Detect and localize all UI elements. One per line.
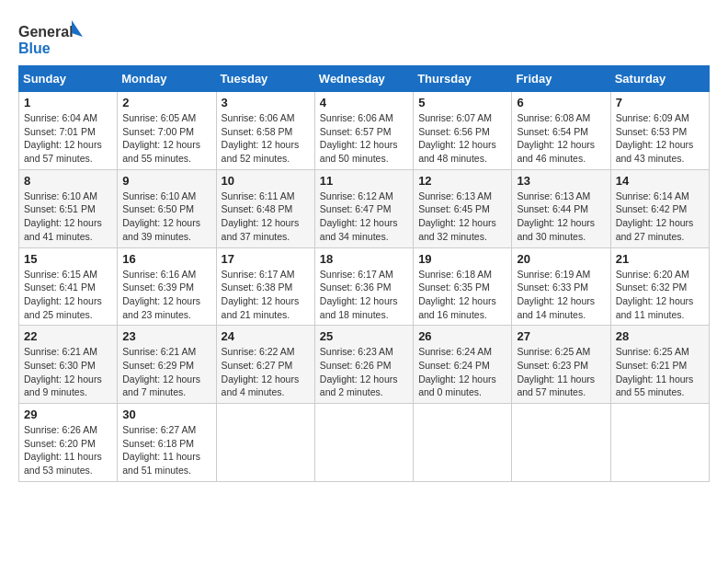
week-row-3: 15Sunrise: 6:15 AMSunset: 6:41 PMDayligh… <box>19 247 710 326</box>
logo-svg: GeneralBlue <box>18 18 83 60</box>
day-cell: 2Sunrise: 6:05 AMSunset: 7:00 PMDaylight… <box>118 92 216 170</box>
day-number: 2 <box>122 96 210 109</box>
col-header-monday: Monday <box>118 66 216 92</box>
day-number: 1 <box>24 96 112 109</box>
day-info: Sunrise: 6:10 AMSunset: 6:51 PMDaylight:… <box>24 190 112 244</box>
day-cell: 17Sunrise: 6:17 AMSunset: 6:38 PMDayligh… <box>216 247 314 326</box>
day-number: 17 <box>222 252 310 266</box>
day-info: Sunrise: 6:07 AMSunset: 6:56 PMDaylight:… <box>418 111 506 166</box>
day-cell: 19Sunrise: 6:18 AMSunset: 6:35 PMDayligh… <box>414 247 512 326</box>
day-cell: 18Sunrise: 6:17 AMSunset: 6:36 PMDayligh… <box>314 247 413 326</box>
day-number: 20 <box>517 252 605 266</box>
day-cell <box>314 404 413 482</box>
day-info: Sunrise: 6:25 AMSunset: 6:21 PMDaylight:… <box>616 345 704 399</box>
week-row-1: 1Sunrise: 6:04 AMSunset: 7:01 PMDaylight… <box>19 92 710 170</box>
week-row-5: 29Sunrise: 6:26 AMSunset: 6:20 PMDayligh… <box>19 404 710 482</box>
logo: GeneralBlue <box>18 18 83 60</box>
day-cell: 25Sunrise: 6:23 AMSunset: 6:26 PMDayligh… <box>314 326 413 404</box>
day-info: Sunrise: 6:23 AMSunset: 6:26 PMDaylight:… <box>320 345 408 399</box>
day-number: 4 <box>320 96 408 109</box>
day-info: Sunrise: 6:25 AMSunset: 6:23 PMDaylight:… <box>517 345 605 399</box>
day-cell: 29Sunrise: 6:26 AMSunset: 6:20 PMDayligh… <box>19 404 118 482</box>
day-info: Sunrise: 6:11 AMSunset: 6:48 PMDaylight:… <box>222 190 310 244</box>
col-header-saturday: Saturday <box>610 66 709 92</box>
day-cell: 15Sunrise: 6:15 AMSunset: 6:41 PMDayligh… <box>19 247 118 326</box>
day-number: 21 <box>616 252 704 266</box>
col-header-tuesday: Tuesday <box>216 66 314 92</box>
day-info: Sunrise: 6:13 AMSunset: 6:44 PMDaylight:… <box>517 190 605 244</box>
day-cell: 11Sunrise: 6:12 AMSunset: 6:47 PMDayligh… <box>314 169 413 247</box>
svg-text:General: General <box>18 24 74 40</box>
day-number: 9 <box>122 174 210 188</box>
day-cell: 3Sunrise: 6:06 AMSunset: 6:58 PMDaylight… <box>216 92 314 170</box>
day-number: 29 <box>24 408 112 421</box>
day-info: Sunrise: 6:20 AMSunset: 6:32 PMDaylight:… <box>616 268 704 322</box>
day-info: Sunrise: 6:05 AMSunset: 7:00 PMDaylight:… <box>122 111 210 166</box>
day-cell <box>414 404 512 482</box>
day-cell: 10Sunrise: 6:11 AMSunset: 6:48 PMDayligh… <box>216 169 314 247</box>
day-number: 6 <box>517 96 605 109</box>
day-cell <box>216 404 314 482</box>
day-cell: 28Sunrise: 6:25 AMSunset: 6:21 PMDayligh… <box>610 326 709 404</box>
day-number: 27 <box>517 329 605 343</box>
col-header-wednesday: Wednesday <box>314 66 413 92</box>
day-number: 10 <box>222 174 310 188</box>
day-number: 30 <box>122 408 210 421</box>
day-info: Sunrise: 6:16 AMSunset: 6:39 PMDaylight:… <box>122 268 210 322</box>
day-cell <box>512 404 610 482</box>
day-info: Sunrise: 6:06 AMSunset: 6:57 PMDaylight:… <box>320 111 408 166</box>
day-cell: 24Sunrise: 6:22 AMSunset: 6:27 PMDayligh… <box>216 326 314 404</box>
day-info: Sunrise: 6:21 AMSunset: 6:30 PMDaylight:… <box>24 345 112 399</box>
day-cell: 5Sunrise: 6:07 AMSunset: 6:56 PMDaylight… <box>414 92 512 170</box>
day-number: 3 <box>222 96 310 109</box>
day-info: Sunrise: 6:13 AMSunset: 6:45 PMDaylight:… <box>418 190 506 244</box>
day-info: Sunrise: 6:12 AMSunset: 6:47 PMDaylight:… <box>320 190 408 244</box>
day-cell: 26Sunrise: 6:24 AMSunset: 6:24 PMDayligh… <box>414 326 512 404</box>
week-row-4: 22Sunrise: 6:21 AMSunset: 6:30 PMDayligh… <box>19 326 710 404</box>
day-info: Sunrise: 6:04 AMSunset: 7:01 PMDaylight:… <box>24 111 112 166</box>
day-cell: 9Sunrise: 6:10 AMSunset: 6:50 PMDaylight… <box>118 169 216 247</box>
day-info: Sunrise: 6:14 AMSunset: 6:42 PMDaylight:… <box>616 190 704 244</box>
day-info: Sunrise: 6:24 AMSunset: 6:24 PMDaylight:… <box>418 345 506 399</box>
day-cell: 30Sunrise: 6:27 AMSunset: 6:18 PMDayligh… <box>118 404 216 482</box>
col-header-thursday: Thursday <box>414 66 512 92</box>
day-number: 8 <box>24 174 112 188</box>
day-info: Sunrise: 6:19 AMSunset: 6:33 PMDaylight:… <box>517 268 605 322</box>
day-cell: 14Sunrise: 6:14 AMSunset: 6:42 PMDayligh… <box>610 169 709 247</box>
day-cell <box>610 404 709 482</box>
day-info: Sunrise: 6:08 AMSunset: 6:54 PMDaylight:… <box>517 111 605 166</box>
day-number: 18 <box>320 252 408 266</box>
col-header-sunday: Sunday <box>19 66 118 92</box>
day-cell: 27Sunrise: 6:25 AMSunset: 6:23 PMDayligh… <box>512 326 610 404</box>
day-cell: 21Sunrise: 6:20 AMSunset: 6:32 PMDayligh… <box>610 247 709 326</box>
day-number: 15 <box>24 252 112 266</box>
day-number: 11 <box>320 174 408 188</box>
day-info: Sunrise: 6:22 AMSunset: 6:27 PMDaylight:… <box>222 345 310 399</box>
day-number: 24 <box>222 329 310 343</box>
day-info: Sunrise: 6:09 AMSunset: 6:53 PMDaylight:… <box>616 111 704 166</box>
day-info: Sunrise: 6:21 AMSunset: 6:29 PMDaylight:… <box>122 345 210 399</box>
col-header-friday: Friday <box>512 66 610 92</box>
day-info: Sunrise: 6:10 AMSunset: 6:50 PMDaylight:… <box>122 190 210 244</box>
day-cell: 6Sunrise: 6:08 AMSunset: 6:54 PMDaylight… <box>512 92 610 170</box>
day-cell: 4Sunrise: 6:06 AMSunset: 6:57 PMDaylight… <box>314 92 413 170</box>
day-cell: 22Sunrise: 6:21 AMSunset: 6:30 PMDayligh… <box>19 326 118 404</box>
day-number: 28 <box>616 329 704 343</box>
day-info: Sunrise: 6:18 AMSunset: 6:35 PMDaylight:… <box>418 268 506 322</box>
day-number: 5 <box>418 96 506 109</box>
day-number: 12 <box>418 174 506 188</box>
day-number: 7 <box>616 96 704 109</box>
day-number: 14 <box>616 174 704 188</box>
day-info: Sunrise: 6:06 AMSunset: 6:58 PMDaylight:… <box>222 111 310 166</box>
day-info: Sunrise: 6:27 AMSunset: 6:18 PMDaylight:… <box>122 423 210 477</box>
day-cell: 20Sunrise: 6:19 AMSunset: 6:33 PMDayligh… <box>512 247 610 326</box>
day-number: 13 <box>517 174 605 188</box>
day-cell: 23Sunrise: 6:21 AMSunset: 6:29 PMDayligh… <box>118 326 216 404</box>
day-info: Sunrise: 6:26 AMSunset: 6:20 PMDaylight:… <box>24 423 112 477</box>
day-info: Sunrise: 6:17 AMSunset: 6:38 PMDaylight:… <box>222 268 310 322</box>
day-number: 26 <box>418 329 506 343</box>
day-cell: 16Sunrise: 6:16 AMSunset: 6:39 PMDayligh… <box>118 247 216 326</box>
day-cell: 12Sunrise: 6:13 AMSunset: 6:45 PMDayligh… <box>414 169 512 247</box>
day-number: 23 <box>122 329 210 343</box>
header: GeneralBlue <box>18 18 710 60</box>
